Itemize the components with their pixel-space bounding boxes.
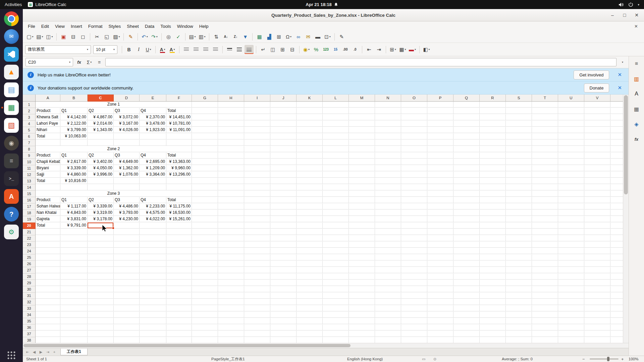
cell-F38[interactable] [166, 337, 192, 343]
cell-P22[interactable] [427, 235, 453, 241]
cell-E19[interactable]: ¥ 4,022.00 [140, 216, 166, 222]
show-applications-button[interactable] [7, 351, 16, 360]
cell-L24[interactable] [323, 248, 349, 254]
column-header-C[interactable]: C [88, 95, 114, 102]
cell-G14[interactable] [192, 184, 218, 190]
cell-K4[interactable] [297, 121, 323, 127]
cell-O24[interactable] [401, 248, 427, 254]
cell-J25[interactable] [270, 254, 297, 260]
cell-B12[interactable]: ¥ 4,860.00 [60, 172, 88, 178]
row-header-31[interactable]: 31 [23, 293, 36, 299]
cell-Q4[interactable] [453, 121, 480, 127]
cell-Q13[interactable] [453, 178, 480, 184]
cell-L23[interactable] [323, 242, 349, 248]
cell-A22[interactable] [36, 235, 60, 241]
cell-H14[interactable] [218, 184, 244, 190]
show-draw-functions-button[interactable]: ✎ [337, 32, 346, 41]
dock-item-vlc[interactable]: ▲ [4, 64, 19, 80]
row-header-3[interactable]: 3 [23, 114, 36, 121]
cell-E28[interactable] [140, 274, 166, 280]
cell-H1[interactable] [218, 102, 244, 108]
cell-U21[interactable] [558, 229, 584, 235]
cell-L38[interactable] [323, 337, 349, 343]
cell-A8[interactable]: Zone 2 [36, 146, 192, 152]
cell-N2[interactable] [375, 108, 401, 114]
cell-I17[interactable] [244, 203, 270, 209]
cell-A15[interactable]: Zone 3 [36, 191, 192, 197]
cell-A1[interactable]: Zone 1 [36, 102, 192, 108]
activities-button[interactable]: Activities [5, 2, 22, 7]
new-document-button[interactable]: ▢▾ [25, 32, 35, 41]
cell-P5[interactable] [427, 127, 453, 133]
cell-V20[interactable] [584, 223, 610, 229]
cell-T37[interactable] [532, 331, 558, 337]
cell-F17[interactable]: ¥ 11,175.00 [166, 203, 192, 209]
cell-A24[interactable] [36, 248, 60, 254]
cell-H36[interactable] [218, 324, 244, 330]
cell-L32[interactable] [323, 299, 349, 305]
menu-format[interactable]: Format [85, 23, 106, 30]
cell-H3[interactable] [218, 114, 244, 120]
cell-A11[interactable]: Biryani [36, 165, 60, 171]
cell-T19[interactable] [532, 216, 558, 222]
cell-R33[interactable] [480, 305, 506, 311]
cell-O19[interactable] [401, 216, 427, 222]
cell-N23[interactable] [375, 242, 401, 248]
cell-L35[interactable] [323, 318, 349, 324]
cell-P27[interactable] [427, 267, 453, 273]
cell-T26[interactable] [532, 261, 558, 267]
align-center-button[interactable] [192, 45, 201, 54]
column-header-O[interactable]: O [401, 95, 427, 102]
cell-V7[interactable] [584, 140, 610, 146]
cell-O26[interactable] [401, 261, 427, 267]
cell-P21[interactable] [427, 229, 453, 235]
cell-P14[interactable] [427, 184, 453, 190]
cell-O8[interactable] [401, 146, 427, 152]
insert-column-button[interactable]: ▥▾ [198, 32, 207, 41]
cell-M16[interactable] [349, 197, 375, 203]
row-header-5[interactable]: 5 [23, 127, 36, 133]
cell-J13[interactable] [270, 178, 297, 184]
cell-J33[interactable] [270, 305, 297, 311]
cell-T23[interactable] [532, 242, 558, 248]
cell-A13[interactable]: Total [36, 178, 60, 184]
cell-L9[interactable] [323, 153, 349, 159]
cell-K26[interactable] [297, 261, 323, 267]
cell-A10[interactable]: Chapli Kebab [36, 159, 60, 165]
cell-M12[interactable] [349, 172, 375, 178]
column-header-Q[interactable]: Q [453, 95, 480, 102]
cell-R31[interactable] [480, 293, 506, 299]
column-header-T[interactable]: T [532, 95, 558, 102]
cell-M23[interactable] [349, 242, 375, 248]
cell-K7[interactable] [297, 140, 323, 146]
row-header-14[interactable]: 14 [23, 184, 36, 191]
clone-formatting-button[interactable]: ✎ [126, 32, 135, 41]
cell-N29[interactable] [375, 280, 401, 286]
cell-D35[interactable] [114, 318, 140, 324]
cell-D31[interactable] [114, 293, 140, 299]
cell-U35[interactable] [558, 318, 584, 324]
conditional-formatting-button[interactable]: ◧▾ [422, 45, 431, 54]
cell-D5[interactable]: ¥ 4,026.00 [114, 127, 140, 133]
cell-J1[interactable] [270, 102, 297, 108]
cell-N28[interactable] [375, 274, 401, 280]
cell-V27[interactable] [584, 267, 610, 273]
cell-H15[interactable] [218, 191, 244, 197]
cell-U1[interactable] [558, 102, 584, 108]
column-header-E[interactable]: E [140, 95, 166, 102]
cell-G29[interactable] [192, 280, 218, 286]
cell-E24[interactable] [140, 248, 166, 254]
cell-Q18[interactable] [453, 210, 480, 216]
insert-hyperlink-button[interactable]: ∞ [294, 32, 303, 41]
row-header-2[interactable]: 2 [23, 108, 36, 114]
cell-S15[interactable] [506, 191, 532, 197]
cell-B4[interactable]: ¥ 2,122.00 [60, 121, 88, 127]
cell-L1[interactable] [323, 102, 349, 108]
sort-button[interactable]: ⇅ [212, 32, 221, 41]
cell-V15[interactable] [584, 191, 610, 197]
wrap-text-button[interactable]: ↵ [259, 45, 268, 54]
row-header-6[interactable]: 6 [23, 133, 36, 140]
cell-M18[interactable] [349, 210, 375, 216]
cell-I1[interactable] [244, 102, 270, 108]
cell-T31[interactable] [532, 293, 558, 299]
